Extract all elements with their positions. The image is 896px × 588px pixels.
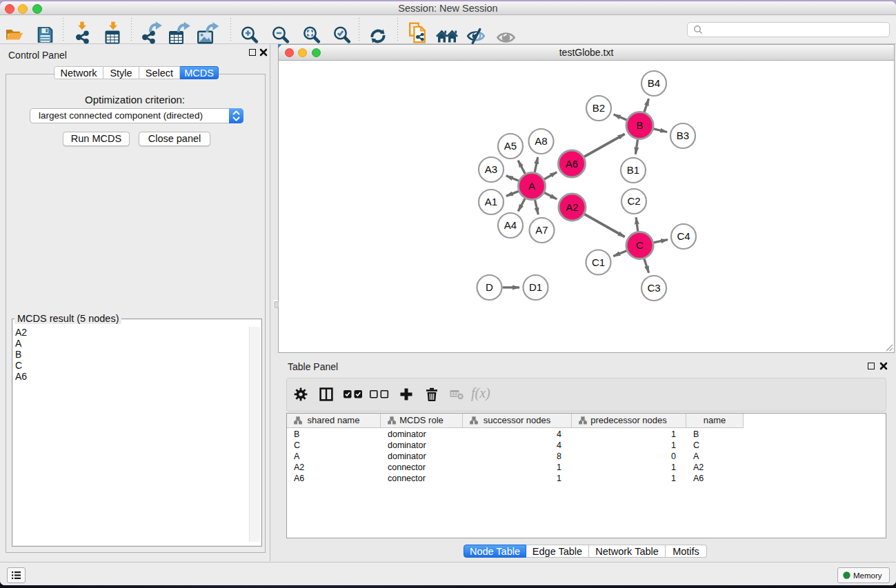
- svg-text:A7: A7: [535, 224, 548, 236]
- svg-text:D1: D1: [529, 281, 542, 293]
- svg-text:B4: B4: [648, 77, 660, 89]
- svg-text:B3: B3: [677, 130, 689, 141]
- svg-text:A: A: [528, 180, 535, 192]
- svg-text:A8: A8: [535, 135, 547, 147]
- svg-text:A6: A6: [566, 158, 578, 170]
- svg-text:C: C: [636, 239, 644, 251]
- svg-text:f(x): f(x): [471, 386, 490, 401]
- svg-text:B1: B1: [627, 164, 639, 176]
- svg-text:B: B: [636, 119, 643, 131]
- svg-text:C2: C2: [627, 195, 640, 207]
- svg-text:C4: C4: [677, 230, 690, 242]
- svg-text:C3: C3: [647, 282, 660, 294]
- svg-text:C1: C1: [592, 256, 605, 268]
- svg-text:D: D: [486, 281, 493, 293]
- svg-text:A5: A5: [504, 140, 517, 152]
- svg-text:A3: A3: [485, 163, 497, 175]
- svg-text:A1: A1: [485, 196, 497, 207]
- svg-text:A4: A4: [504, 219, 517, 231]
- svg-text:B2: B2: [593, 102, 605, 114]
- svg-text:A2: A2: [566, 201, 578, 213]
